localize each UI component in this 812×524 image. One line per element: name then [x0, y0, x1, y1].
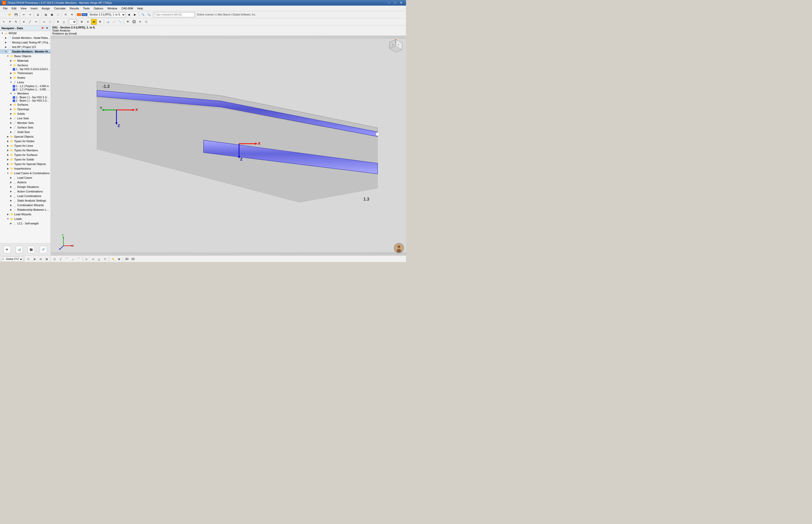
- bt-view9[interactable]: ▽: [102, 257, 108, 262]
- menu-cad-bim[interactable]: CAD-BIM: [119, 6, 135, 11]
- nav-item-types-nodes[interactable]: ▶ 📁 Types for Nodes: [0, 139, 51, 144]
- nav-item-load-combinations[interactable]: ▶ _ Load Combinations: [0, 194, 51, 198]
- nav-item-nodal-release[interactable]: ▶ 📄 Double Members - Nodal Release.rf6 |…: [0, 35, 51, 40]
- nav-item-special-objects[interactable]: ▶ 📁 Special Objects: [0, 134, 51, 139]
- nav-item-members[interactable]: ▼ ═ Members: [0, 91, 51, 96]
- bt-view2[interactable]: ╱: [58, 257, 64, 262]
- nav-item-solid-sets[interactable]: ▶ ╱ Solid Sets: [0, 130, 51, 134]
- nav-item-basic-objects[interactable]: ▼ 📁 Basic Objects: [0, 54, 51, 59]
- nav-item-surface-sets[interactable]: ▶ ╱ Surface Sets: [0, 125, 51, 130]
- viewport-canvas[interactable]: X Y Z X Z -1.3 1.3: [51, 36, 406, 255]
- viewport[interactable]: DS1 - Section 2.3 (LRFD), 1. to 5. Stati…: [51, 26, 406, 256]
- nav-item-section-1[interactable]: 1 - Sqr HSS 3-1/2x3-1/2x0.250 | AISC 16: [0, 67, 51, 71]
- tb-arrow-right[interactable]: ▶: [132, 12, 138, 17]
- nav-item-types-lines[interactable]: ▶ 📁 Types for Lines: [0, 144, 51, 148]
- nav-tab-route[interactable]: 🔗: [40, 246, 47, 253]
- bt-view6[interactable]: ▷: [84, 257, 89, 262]
- menu-file[interactable]: File: [1, 6, 10, 11]
- nav-item-surfaces[interactable]: ▶ 📁 Surfaces: [0, 102, 51, 107]
- cs-select[interactable]: 1 - Global XYZ: [1, 257, 23, 262]
- maximize-button[interactable]: □: [392, 0, 398, 5]
- nav-tab-eye[interactable]: 👁: [3, 246, 11, 253]
- nav-item-lc1[interactable]: ▶ _ LC1 - Self-weight: [0, 221, 51, 226]
- tb-btn-3[interactable]: ⬚: [55, 12, 61, 17]
- nav-item-nodes[interactable]: ▶ 📁 Nodes: [0, 76, 51, 80]
- nav-item-rfem[interactable]: ▼ 🗂 RFEM: [0, 31, 51, 35]
- nav-item-imperfections[interactable]: ▶ 📁 Imperfections: [0, 166, 51, 171]
- tb-arrow-left[interactable]: ◀: [126, 12, 132, 17]
- undo-btn[interactable]: ↩: [21, 12, 27, 17]
- nav-item-types-solids[interactable]: ▶ 📁 Types for Solids: [0, 157, 51, 162]
- menu-tools[interactable]: Tools: [81, 6, 91, 11]
- tb2-load[interactable]: ⬇: [55, 19, 61, 24]
- new-btn[interactable]: 📄: [1, 12, 6, 17]
- bt-view3[interactable]: ⌒: [64, 257, 69, 262]
- nav-item-loads[interactable]: ▼ 📁 Loads: [0, 216, 51, 221]
- tb2-view2[interactable]: 🔲: [131, 19, 137, 24]
- bt-2d[interactable]: 2D: [130, 257, 136, 262]
- nav-item-load-wizards[interactable]: ▶ 📁 Load Wizards: [0, 212, 51, 216]
- tb-zoom-out[interactable]: 🔍: [146, 12, 152, 17]
- nav-item-member-sets[interactable]: ▶ ╱ Member Sets: [0, 120, 51, 125]
- bt-snap2[interactable]: ⊕: [32, 257, 37, 262]
- bt-snap1[interactable]: ↖: [26, 257, 31, 262]
- tb2-view3[interactable]: ✕: [137, 19, 143, 24]
- nav-item-types-special[interactable]: ▶ 📁 Types for Special Objects: [0, 162, 51, 166]
- nav-item-moving-loads[interactable]: ▶ 📄 Moving Loads Testing.rf6* | Project …: [0, 40, 51, 45]
- menu-assign[interactable]: Assign: [39, 6, 52, 11]
- nav-item-load-cases[interactable]: ▶ _ Load Cases: [0, 176, 51, 180]
- tb2-solid[interactable]: ⬜: [47, 19, 53, 24]
- tb2-support[interactable]: △: [61, 19, 67, 24]
- nav-item-lines[interactable]: ▼ ╱ Lines: [0, 80, 51, 84]
- minimize-button[interactable]: ─: [386, 0, 392, 5]
- bt-view8[interactable]: △: [96, 257, 102, 262]
- nav-item-materials[interactable]: ▶ 📁 Materials: [0, 59, 51, 63]
- nav-item-types-surfaces[interactable]: ▶ 📁 Types for Surfaces: [0, 152, 51, 157]
- tb-zoom-in[interactable]: 🔍: [140, 12, 146, 17]
- tb2-view1[interactable]: 👁: [125, 19, 131, 24]
- tb-btn-1[interactable]: ▤: [43, 12, 49, 17]
- tb2-js[interactable]: JS: [91, 19, 97, 24]
- tb2-line[interactable]: ╱: [27, 19, 33, 24]
- menu-view[interactable]: View: [18, 6, 29, 11]
- tb2-node[interactable]: ●: [21, 19, 27, 24]
- tb-btn-5[interactable]: ⟲: [69, 12, 74, 17]
- bt-view7[interactable]: ◁: [90, 257, 96, 262]
- tb2-rotate[interactable]: ↻: [13, 19, 19, 24]
- nav-item-design-situations[interactable]: ▶ _ Design Situations: [0, 184, 51, 189]
- section-dropdown[interactable]: Section 2.3 (LRFD), 1. to S.: [88, 12, 125, 17]
- nav-item-hinge[interactable]: ▼ 📄 Double Members - Member Hinge.rf6* |…: [0, 49, 51, 54]
- nav-item-actions[interactable]: ▶ _ Actions: [0, 180, 51, 184]
- nav-close-btn[interactable]: ✕: [45, 26, 49, 30]
- tb2-results3[interactable]: 📉: [117, 19, 123, 24]
- tb2-snap1[interactable]: ⊕: [79, 19, 85, 24]
- nav-item-static-analysis[interactable]: ▶ _ Static Analysis Settings: [0, 198, 51, 203]
- bt-grid[interactable]: ⊞: [116, 257, 122, 262]
- open-btn[interactable]: 📂: [7, 12, 13, 17]
- menu-options[interactable]: Options: [91, 6, 105, 11]
- menu-window[interactable]: Window: [105, 6, 119, 11]
- tb2-view4[interactable]: ⬡: [143, 19, 149, 24]
- menu-help[interactable]: Help: [135, 6, 145, 11]
- nav-item-line-2[interactable]: 2 - 1,2 | Polyline | L : 4.000 m | Line …: [0, 88, 51, 91]
- menu-results[interactable]: Results: [68, 6, 81, 11]
- menu-insert[interactable]: Insert: [29, 6, 39, 11]
- nav-item-line-sets[interactable]: ▶ ╱ Line Sets: [0, 116, 51, 120]
- nav-item-openings[interactable]: ▶ 📁 Openings: [0, 107, 51, 112]
- redo-btn[interactable]: ↪: [27, 12, 33, 17]
- nav-item-action-combinations[interactable]: ▶ _ Action Combinations: [0, 189, 51, 194]
- tb2-member[interactable]: ═: [33, 19, 39, 24]
- cube-navigator[interactable]: Y X Z: [388, 38, 404, 53]
- nav-item-member-2[interactable]: 2 - Beam | 1 - Sqr HSS 3-1/2x3-1/2x0.250…: [0, 99, 51, 102]
- nav-item-sections[interactable]: ▼ 📁 Sections: [0, 63, 51, 67]
- tb2-results2[interactable]: 📈: [111, 19, 117, 24]
- bt-view1[interactable]: ⬡: [52, 257, 57, 262]
- tb2-surface[interactable]: ▭: [41, 19, 47, 24]
- tb2-number-select[interactable]: .10.: [69, 19, 77, 24]
- bt-view5[interactable]: ⌒: [76, 257, 82, 262]
- tb-btn-4[interactable]: ⟳: [63, 12, 68, 17]
- nav-item-member-1[interactable]: 1 - Beam | 1 - Sqr HSS 3-1/2x3-1/2x0.250…: [0, 96, 51, 99]
- tb2-calc[interactable]: ⚙: [97, 19, 103, 24]
- bt-ortho[interactable]: ⊞: [44, 257, 50, 262]
- nav-item-combination-wizards[interactable]: ▶ _ Combination Wizards: [0, 203, 51, 208]
